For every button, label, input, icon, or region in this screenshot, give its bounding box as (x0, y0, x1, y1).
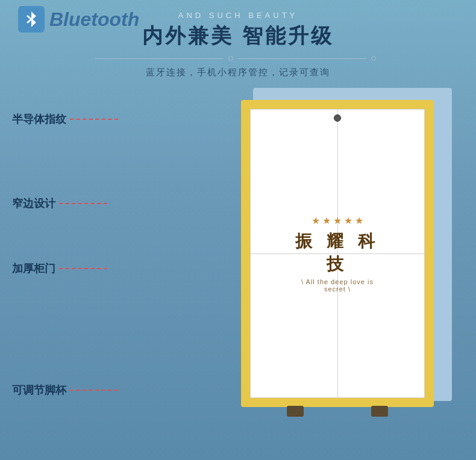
fingerprint-sensor-dot (334, 114, 341, 122)
label-fingerprint-text: 半导体指纹 (12, 112, 66, 126)
cabinet-door-area: ★ ★ ★ ★ ★ 振 耀 科 技 \ All the deep love is… (250, 109, 425, 398)
label-thick-door-text: 加厚柜门 (12, 261, 55, 276)
brand-area: ★ ★ ★ ★ ★ 振 耀 科 技 \ All the deep love is… (294, 215, 381, 293)
dashed-line-narrow (59, 203, 107, 204)
star-4: ★ (344, 215, 352, 226)
star-3: ★ (333, 215, 342, 226)
dashed-line-thick (59, 268, 107, 269)
bluetooth-text: Bluetooth (49, 8, 139, 31)
cabinet-feet (241, 406, 434, 417)
brand-stars: ★ ★ ★ ★ ★ (294, 215, 381, 226)
page-container: Bluetooth AND SUCH BEAUTY 内外兼美 智能升级 蓝牙连接… (0, 0, 476, 460)
dashed-line-feet (70, 390, 118, 391)
foot-right (371, 406, 388, 417)
subtitle-small: AND SUCH BEAUTY (178, 11, 298, 20)
label-narrow-border-text: 窄边设计 (12, 196, 55, 211)
main-content: 半导体指纹 窄边设计 加厚柜门 可调节脚杯 (0, 88, 476, 460)
foot-left (287, 406, 304, 417)
bluetooth-row: Bluetooth AND SUCH BEAUTY (0, 11, 476, 22)
star-5: ★ (355, 215, 363, 226)
star-1: ★ (312, 215, 320, 226)
cabinet-body: ★ ★ ★ ★ ★ 振 耀 科 技 \ All the deep love is… (241, 100, 434, 407)
divider-row (95, 56, 381, 61)
dashed-line-fingerprint (70, 119, 118, 120)
label-fingerprint: 半导体指纹 (12, 112, 118, 126)
main-title: 内外兼美 智能升级 (142, 22, 333, 50)
bluetooth-logo-area: Bluetooth (18, 6, 139, 33)
description-text: 蓝牙连接，手机小程序管控，记录可查询 (146, 67, 330, 78)
label-thick-door: 加厚柜门 (12, 261, 107, 276)
label-adjustable-feet: 可调节脚杯 (12, 383, 118, 397)
star-2: ★ (322, 215, 331, 226)
header-section: Bluetooth AND SUCH BEAUTY 内外兼美 智能升级 蓝牙连接… (0, 0, 476, 88)
divider-line-left (95, 58, 224, 59)
label-feet-text: 可调节脚杯 (12, 383, 66, 397)
divider-line-right (238, 58, 366, 59)
divider-circle-left (228, 56, 233, 61)
brand-name: 振 耀 科 技 (294, 230, 381, 276)
bluetooth-svg (22, 10, 40, 28)
label-narrow-border: 窄边设计 (12, 196, 107, 211)
cabinet-wrapper: ★ ★ ★ ★ ★ 振 耀 科 技 \ All the deep love is… (241, 88, 458, 425)
bluetooth-icon (18, 6, 45, 33)
divider-circle-right (371, 56, 376, 61)
brand-slogan: \ All the deep love is secret \ (294, 278, 381, 293)
labels-column: 半导体指纹 窄边设计 加厚柜门 可调节脚杯 (12, 88, 108, 460)
